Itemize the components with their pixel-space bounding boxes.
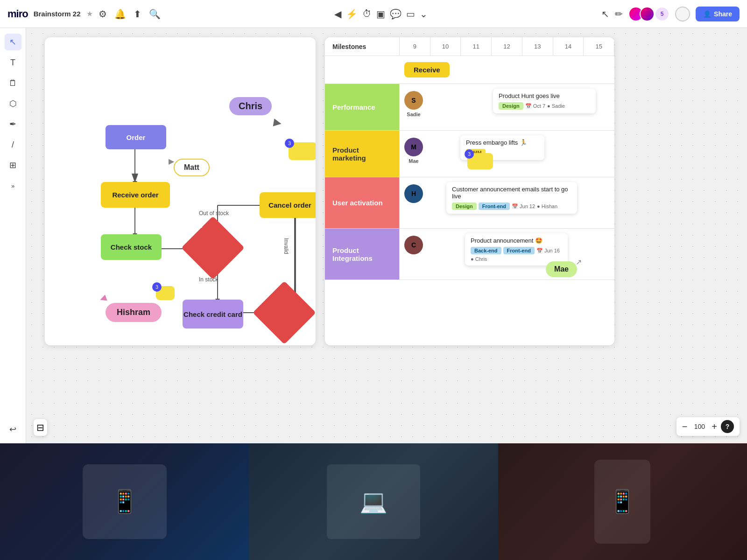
phone-placeholder: 📱 (594, 460, 650, 544)
product-announcement-card[interactable]: Product announcement 🤩 Back-end Front-en… (465, 233, 568, 266)
more-tools[interactable]: » (5, 177, 21, 194)
my-avatar (675, 7, 690, 21)
order-node[interactable]: Order (106, 125, 166, 149)
undo-tool[interactable]: ↩ (5, 421, 21, 438)
date-columns: 9 10 11 12 13 14 15 (400, 37, 614, 56)
bell-icon[interactable]: 🔔 (114, 8, 126, 20)
zoom-controls: − 100 + ? (677, 417, 740, 436)
back-icon[interactable]: ◀ (334, 8, 341, 20)
customer-announcement-title: Customer announcement emails start to go… (452, 186, 571, 200)
receive-order-node[interactable]: Receive order (101, 182, 170, 208)
lightning-icon[interactable]: ⚡ (346, 8, 358, 20)
topbar-icons: ⚙ 🔔 ⬆ 🔍 (99, 8, 161, 20)
tablet-placeholder: 📱 (83, 464, 167, 539)
avatar-group: 5 (628, 7, 669, 21)
check-credit-label: Check credit card (183, 310, 242, 318)
search-icon[interactable]: 🔍 (149, 8, 161, 20)
product-announcement-title: Product announcement 🤩 (471, 237, 562, 244)
shape-tool[interactable]: ⬡ (5, 95, 21, 112)
share-button[interactable]: 👤 Share (696, 7, 740, 21)
tl-comment-badge: 3 (465, 149, 474, 159)
product-hunt-date: 📅 Oct 7 (525, 103, 545, 109)
zoom-in-button[interactable]: + (712, 421, 717, 432)
laptop-icon: 💻 (359, 489, 388, 515)
hisham-avatar-wrap: H Hisham (404, 184, 423, 210)
timeline-body: Performance S Sadie Product Hunt goes li… (325, 84, 614, 280)
order-label: Order (127, 133, 146, 141)
pen-tool[interactable]: ✒ (5, 116, 21, 133)
topbar-right: ↖ ✏ 5 👤 Share (601, 7, 740, 21)
settings-icon[interactable]: ⚙ (99, 8, 107, 20)
phone-icon: 📱 (608, 489, 636, 515)
miro-logo: miro (7, 8, 28, 20)
canvas-area[interactable]: Chris ▶ Matt ▶ Order Receive order (26, 28, 747, 443)
frame-tool[interactable]: ⊞ (5, 157, 21, 174)
bottom-strip: 📱 💻 📱 (0, 443, 747, 560)
matt-label: Matt (184, 163, 199, 171)
share-icon: 👤 (703, 10, 711, 18)
topbar-left: miro Brainstorm 22 ★ ⚙ 🔔 ⬆ 🔍 (7, 8, 161, 20)
star-icon[interactable]: ★ (86, 9, 93, 18)
check-credit-node[interactable]: Check credit card (183, 300, 243, 329)
date-col-13: 13 (522, 37, 553, 56)
performance-content: S Sadie Product Hunt goes live Design 📅 … (400, 84, 614, 131)
timer-icon[interactable]: ⏱ (362, 8, 372, 19)
date-col-9: 9 (400, 37, 430, 56)
help-button[interactable]: ? (721, 420, 734, 433)
comment-icon[interactable]: 💬 (390, 8, 402, 20)
matt-bubble: Matt (174, 159, 210, 176)
product-integrations-row: Product Integrations C Chris Product ann… (325, 229, 614, 280)
timeline-panel: Milestones 9 10 11 12 13 14 15 Receive (325, 37, 614, 345)
cursor-tool-icon[interactable]: ↖ (601, 8, 609, 20)
template-icon[interactable]: ▣ (376, 8, 385, 20)
date-col-14: 14 (553, 37, 584, 56)
panel-toggle-button[interactable]: ⊟ (34, 419, 47, 436)
check-stock-node[interactable]: Check stock (101, 234, 162, 260)
mae-avatar-wrap: M Mae (404, 138, 423, 164)
receive-button[interactable]: Receive (404, 62, 450, 77)
sticky-tool[interactable]: 🗒 (5, 75, 21, 91)
pen-tool-icon[interactable]: ✏ (615, 8, 623, 20)
cancel-order-node[interactable]: Cancel order (260, 192, 316, 218)
upload-icon[interactable]: ⬆ (134, 8, 141, 20)
product-hunt-card[interactable]: Product Hunt goes live Design 📅 Oct 7 ● … (493, 89, 596, 113)
product-announcement-tags: Back-end Front-end 📅 Jun 16 ● Chris (471, 247, 562, 262)
text-tool[interactable]: T (5, 54, 21, 71)
product-hunt-user: ● Sadie (547, 103, 565, 109)
zoom-out-button[interactable]: − (682, 421, 688, 432)
cursor-tool[interactable]: ↖ (5, 34, 21, 50)
in-stock-label: In stock? (177, 222, 204, 229)
customer-date: 📅 Jun 12 (512, 203, 535, 210)
share-label: Share (714, 10, 732, 18)
date-col-10: 10 (430, 37, 461, 56)
hishram-bubble: Hishram (106, 303, 162, 322)
bottom-image-1: 📱 (0, 443, 249, 560)
customer-announcement-card[interactable]: Customer announcement emails start to go… (446, 182, 577, 214)
chris-tl-name: Chris (407, 256, 420, 262)
more-icon[interactable]: ⌄ (420, 8, 428, 20)
board-title[interactable]: Brainstorm 22 (34, 10, 81, 18)
product-integrations-label: Product Integrations (325, 229, 400, 280)
user-activation-content: H Hisham Customer announcement emails st… (400, 177, 614, 229)
laptop-placeholder: 💻 (327, 464, 420, 539)
apps-icon[interactable]: ▭ (406, 8, 415, 20)
chris-bubble: Chris (229, 97, 272, 115)
customer-announcement-tags: Design Front-end 📅 Jun 12 ● Hishan (452, 203, 571, 210)
invalid-label: Invalid (283, 238, 289, 254)
chris-tl-avatar: C (404, 236, 423, 254)
tl-comment-wrap: 3 (467, 153, 493, 169)
card-valid-label: Card valid? (254, 284, 270, 297)
mae-name: Mae (409, 158, 418, 164)
product-integrations-content: C Chris Product announcement 🤩 Back-end … (400, 229, 614, 280)
performance-label: Performance (325, 84, 400, 131)
comment-badge-1: 3 (285, 139, 294, 148)
hishram-cursor: ◀ (99, 292, 108, 304)
out-of-stock-label: Out of stock (199, 210, 229, 217)
user-activation-row: User activation H Hisham Customer announ… (325, 177, 614, 229)
product-user: ● Chris (471, 256, 487, 262)
line-tool[interactable]: / (5, 136, 21, 153)
avatar-2 (640, 7, 655, 21)
hishram-label: Hishram (117, 308, 150, 317)
product-hunt-tags: Design 📅 Oct 7 ● Sadie (499, 102, 590, 110)
chris-avatar-wrap: C Chris (404, 236, 423, 262)
